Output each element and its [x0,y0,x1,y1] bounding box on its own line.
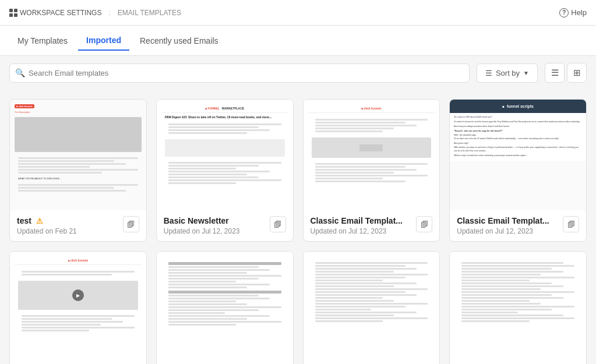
sort-by-button[interactable]: ☰ Sort by ▼ [477,63,538,83]
chevron-down-icon: ▼ [523,70,529,76]
template-card[interactable]: Product Access Revo... 🗐 [449,251,587,364]
card-title: Basic Newsletter [164,216,240,225]
page-content: 🔍 ☰ Sort by ▼ ☰ ⊞ ■ click funnels [0,56,596,364]
card-title: Classic Email Templat... [457,216,549,225]
topbar-separator: : [108,9,110,17]
card-preview: ■ click funnels ▶ [10,252,146,362]
topbar-logo: WORKSPACE SETTINGS [9,9,101,17]
card-date: Updated on Jul 12, 2023 [311,227,403,235]
template-card[interactable]: Russell Brunson Style 🗐 [156,251,294,364]
view-toggle: ☰ ⊞ [545,63,587,83]
topbar-left: WORKSPACE SETTINGS : EMAIL TEMPLATES [9,9,181,17]
copy-button[interactable]: 🗐 [416,216,432,232]
card-text: Classic Email Templat... Updated on Jul … [457,216,549,235]
card-preview: ■ funnel scripts Do I want to CEP about … [450,100,586,210]
copy-button[interactable]: 🗐 [270,216,286,232]
card-text: Basic Newsletter Updated on Jul 12, 2023 [164,216,240,235]
search-input[interactable] [9,63,470,83]
copy-icon: 🗐 [274,220,281,229]
topbar: WORKSPACE SETTINGS : EMAIL TEMPLATES ? H… [0,0,596,26]
card-info: Basic Newsletter Updated on Jul 12, 2023… [157,210,293,241]
card-info: Classic Email Templat... Updated on Jul … [304,210,440,241]
card-info: test ⚠ Updated on Feb 21 🗐 [10,210,146,241]
search-icon: 🔍 [15,68,25,77]
workspace-logo-icon [9,9,17,17]
sort-label: Sort by [496,69,520,77]
card-title: test ⚠ [17,216,77,225]
tab-recently-used[interactable]: Recently used Emails [132,31,227,50]
warning-icon: ⚠ [36,217,43,225]
toolbar: 🔍 ☰ Sort by ▼ ☰ ⊞ [0,56,596,90]
card-text: Classic Email Templat... Updated on Jul … [311,216,403,235]
copy-button[interactable]: 🗐 [123,216,139,232]
card-date: Updated on Feb 21 [17,227,77,235]
search-wrapper: 🔍 [9,63,470,83]
tabs-bar: My Templates Imported Recently used Emai… [0,26,596,56]
templates-grid: ■ click funnels The Newsletter WHAT YOU'… [0,90,596,364]
card-preview: ■ FUNNEL MARKETPLACE FBM Digest #23: Sha… [157,100,293,210]
template-card[interactable]: ■ funnel scripts Do I want to CEP about … [449,99,587,242]
template-card[interactable]: ■ click funnels ▶ [9,251,147,364]
workspace-label: WORKSPACE SETTINGS [20,9,101,17]
copy-icon: 🗐 [567,220,575,229]
help-icon: ? [559,8,569,17]
card-preview [450,252,586,362]
template-card[interactable]: ■ click funnels [303,99,440,242]
card-date: Updated on Jul 12, 2023 [457,227,549,235]
list-view-button[interactable]: ☰ [545,63,565,83]
card-title: Classic Email Templat... [311,216,403,225]
template-card[interactable]: ■ FUNNEL MARKETPLACE FBM Digest #23: Sha… [156,99,294,242]
copy-icon: 🗐 [421,220,428,229]
copy-button[interactable]: 🗐 [563,216,579,232]
tab-my-templates[interactable]: My Templates [9,31,76,50]
card-preview [304,252,440,362]
grid-icon: ⊞ [573,68,581,78]
card-info: Classic Email Templat... Updated on Jul … [450,210,586,241]
template-card[interactable]: Product Access Grant... 🗐 [303,251,440,364]
page-label: EMAIL TEMPLATES [118,9,181,17]
tab-imported[interactable]: Imported [78,31,129,51]
help-button[interactable]: ? Help [559,8,587,17]
card-preview [157,252,293,362]
card-text: test ⚠ Updated on Feb 21 [17,216,77,235]
help-label: Help [571,8,587,17]
card-date: Updated on Jul 12, 2023 [164,227,240,235]
copy-icon: 🗐 [127,220,135,229]
template-card[interactable]: ■ click funnels The Newsletter WHAT YOU'… [9,99,147,242]
card-preview: ■ click funnels [304,100,440,210]
filter-icon: ☰ [485,69,492,77]
list-icon: ☰ [551,68,559,78]
grid-view-button[interactable]: ⊞ [567,63,587,83]
card-preview: ■ click funnels The Newsletter WHAT YOU'… [10,100,146,210]
